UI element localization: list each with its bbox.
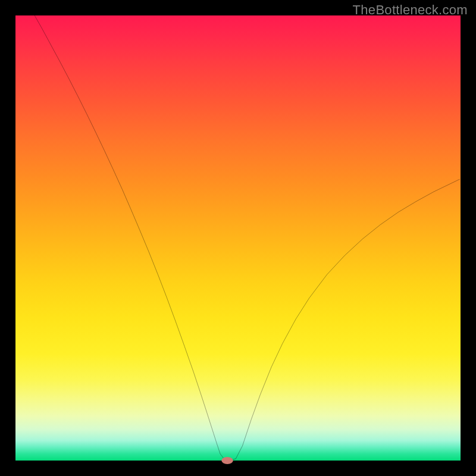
chart-plot-area — [15, 15, 461, 461]
bottleneck-curve-path — [35, 15, 459, 461]
bottleneck-curve-svg — [15, 15, 461, 461]
optimum-marker — [221, 457, 233, 464]
